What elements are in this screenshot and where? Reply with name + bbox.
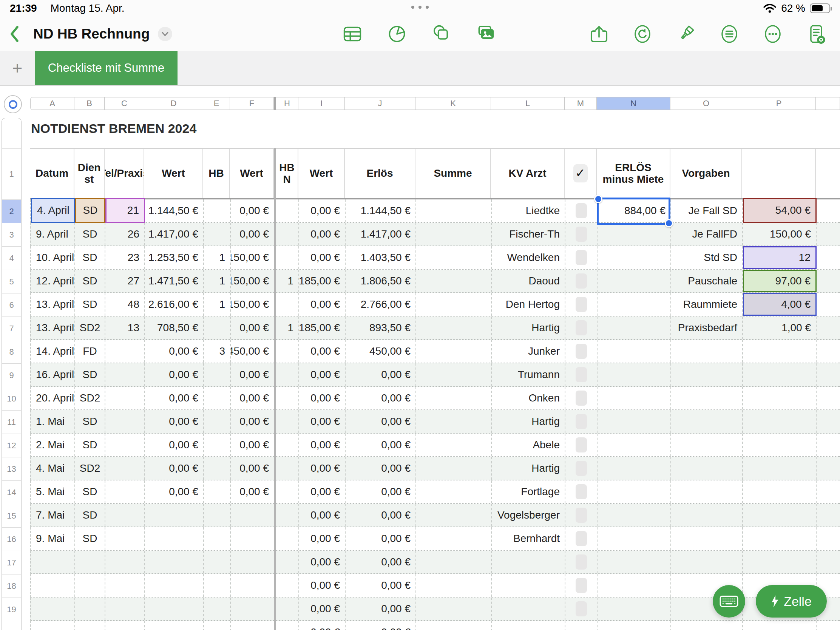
cell-L12[interactable]: Abele [492, 434, 565, 456]
cell-B13[interactable]: SD2 [75, 457, 105, 480]
cell-K19[interactable] [416, 597, 492, 620]
column-header-J[interactable]: J [345, 97, 415, 110]
cell-P2[interactable]: 54,00 € [743, 198, 816, 223]
column-title-dienst[interactable]: Dienst [74, 149, 105, 198]
row-checkbox[interactable] [576, 344, 587, 359]
cell-J8[interactable]: 450,00 € [346, 340, 416, 363]
cell-blank-14[interactable] [816, 480, 840, 503]
cell-P14[interactable] [743, 480, 816, 503]
cell-blank-6[interactable] [816, 293, 840, 316]
cell-M10[interactable] [565, 387, 597, 409]
cell-D13[interactable]: 0,00 € [145, 457, 204, 480]
cell-K7[interactable] [416, 316, 492, 339]
cell-L11[interactable]: Hartig [492, 410, 565, 433]
row-number-10[interactable]: 10 [2, 387, 21, 411]
cell-O5[interactable]: Pauschale [671, 270, 743, 292]
cell-B8[interactable]: FD [75, 340, 105, 363]
cell-J11[interactable]: 0,00 € [346, 410, 416, 433]
cell-L10[interactable]: Onken [492, 387, 565, 409]
cell-M15[interactable] [565, 504, 597, 526]
reader-view-button[interactable] [806, 24, 826, 44]
cell-O13[interactable] [671, 457, 743, 480]
cell-B3[interactable]: SD [75, 223, 105, 245]
cell-N12[interactable] [597, 434, 671, 456]
cell-K11[interactable] [416, 410, 492, 433]
cell-L4[interactable]: Wendelken [492, 246, 565, 269]
cell-M9[interactable] [565, 363, 597, 386]
cell-C18[interactable] [105, 574, 145, 597]
cell-C6[interactable]: 48 [105, 293, 145, 316]
cell-I8[interactable]: 0,00 € [299, 340, 346, 363]
cell-blank-11[interactable] [816, 410, 840, 433]
cell-L19[interactable] [492, 597, 565, 620]
cell-P11[interactable] [743, 410, 816, 433]
cell-I18[interactable]: 0,00 € [299, 574, 346, 597]
cell-D3[interactable]: 1.417,00 € [145, 223, 204, 245]
cell-E11[interactable] [204, 410, 231, 433]
cell-P15[interactable] [743, 504, 816, 526]
cell-E7[interactable] [204, 316, 231, 339]
column-header-E[interactable]: E [203, 97, 230, 110]
selection-handle-top[interactable] [594, 195, 602, 203]
column-title-summe[interactable]: Summe [415, 149, 491, 198]
cell-A2[interactable]: 4. April [31, 198, 75, 223]
column-header-D[interactable]: D [144, 97, 203, 110]
cell-M19[interactable] [565, 597, 597, 620]
column-title-check[interactable]: ✓ [565, 149, 597, 198]
row-checkbox[interactable] [576, 297, 587, 312]
cell-F13[interactable]: 0,00 € [231, 457, 275, 480]
cell-I16[interactable]: 0,00 € [299, 527, 346, 550]
cell-J15[interactable]: 0,00 € [346, 504, 416, 526]
cell-H8[interactable] [277, 340, 299, 363]
cell-J17[interactable]: 0,00 € [346, 551, 416, 573]
cell-M14[interactable] [565, 480, 597, 503]
row-checkbox[interactable] [576, 203, 587, 218]
cell-N15[interactable] [597, 504, 671, 526]
cell-I14[interactable]: 0,00 € [299, 480, 346, 503]
cell-L3[interactable]: Fischer-Th [492, 223, 565, 245]
selection-handle-bottom[interactable] [665, 219, 673, 227]
table-handle-icon[interactable] [4, 95, 22, 113]
cell-L5[interactable]: Daoud [492, 270, 565, 292]
row-number-19[interactable]: 19 [2, 598, 21, 621]
column-header-N[interactable]: N [597, 97, 670, 110]
cell-F15[interactable] [231, 504, 275, 526]
cell-L8[interactable]: Junker [492, 340, 565, 363]
column-title-wert2[interactable]: Wert [230, 149, 274, 198]
cell-H18[interactable] [277, 574, 299, 597]
row-checkbox[interactable] [576, 437, 587, 453]
cell-M5[interactable] [565, 270, 597, 292]
column-title-tel[interactable]: Tel/Praxis [105, 149, 144, 198]
cell-F12[interactable]: 0,00 € [231, 434, 275, 456]
cell-J13[interactable]: 0,00 € [346, 457, 416, 480]
cell-K13[interactable] [416, 457, 492, 480]
cell-F18[interactable] [231, 574, 275, 597]
row-number-5[interactable]: 5 [2, 270, 21, 294]
column-header-B[interactable]: B [74, 97, 105, 110]
cell-E14[interactable] [204, 480, 231, 503]
cell-P3[interactable]: 150,00 € [743, 223, 816, 245]
cell-L14[interactable]: Fortlage [492, 480, 565, 503]
cell-O14[interactable] [671, 480, 743, 503]
cell-A7[interactable]: 13. April [31, 316, 75, 339]
cell-J12[interactable]: 0,00 € [346, 434, 416, 456]
cell-N4[interactable] [597, 246, 671, 269]
cell-H7[interactable]: 1 [277, 316, 299, 339]
cell-F20[interactable] [231, 621, 275, 630]
cell-J19[interactable]: 0,00 € [346, 597, 416, 620]
cell-C7[interactable]: 13 [105, 316, 145, 339]
cell-A16[interactable]: 9. Mai [31, 527, 75, 550]
checked-checkbox-icon[interactable]: ✓ [573, 164, 588, 182]
cell-B16[interactable]: SD [75, 527, 105, 550]
row-checkbox[interactable] [576, 554, 587, 570]
cell-A10[interactable]: 20. April [31, 387, 75, 409]
cell-F19[interactable] [231, 597, 275, 620]
cell-blank-2[interactable] [816, 199, 840, 222]
cell-A13[interactable]: 4. Mai [31, 457, 75, 480]
document-title[interactable]: ND HB Rechnung [33, 26, 150, 42]
cell-H20[interactable] [277, 621, 299, 630]
cell-C8[interactable] [105, 340, 145, 363]
column-header-L[interactable]: L [491, 97, 565, 110]
cell-D16[interactable] [145, 527, 204, 550]
cell-E13[interactable] [204, 457, 231, 480]
